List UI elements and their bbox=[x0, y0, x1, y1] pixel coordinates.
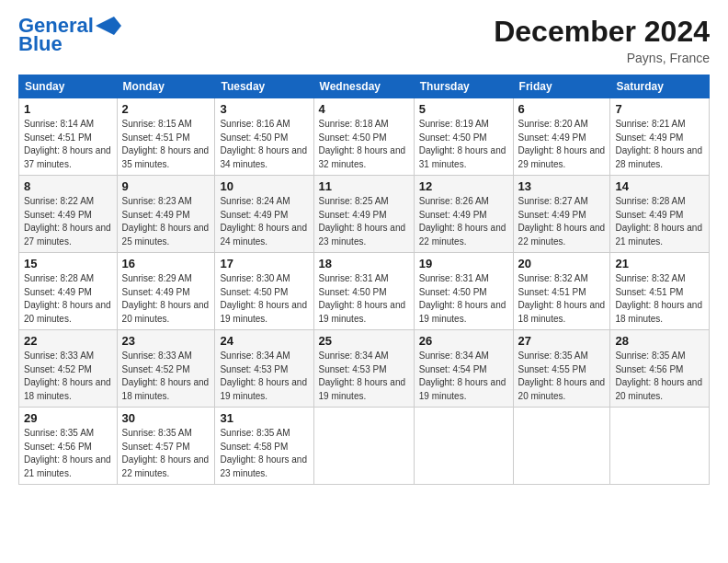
day-info: Sunrise: 8:30 AMSunset: 4:50 PMDaylight:… bbox=[220, 273, 307, 324]
table-row: 15Sunrise: 8:28 AMSunset: 4:49 PMDayligh… bbox=[19, 253, 118, 330]
month-title: December 2024 bbox=[494, 15, 710, 49]
table-row: 23Sunrise: 8:33 AMSunset: 4:52 PMDayligh… bbox=[117, 330, 215, 408]
col-sunday: Sunday bbox=[19, 75, 118, 98]
location: Payns, France bbox=[494, 51, 710, 65]
table-row: 11Sunrise: 8:25 AMSunset: 4:49 PMDayligh… bbox=[313, 176, 414, 253]
day-number: 19 bbox=[419, 257, 508, 270]
day-info: Sunrise: 8:27 AMSunset: 4:49 PMDaylight:… bbox=[518, 196, 606, 247]
day-number: 23 bbox=[122, 334, 210, 348]
day-info: Sunrise: 8:32 AMSunset: 4:51 PMDaylight:… bbox=[615, 273, 702, 324]
table-row: 22Sunrise: 8:33 AMSunset: 4:52 PMDayligh… bbox=[19, 330, 118, 408]
col-monday: Monday bbox=[117, 75, 215, 98]
col-tuesday: Tuesday bbox=[215, 75, 313, 98]
col-wednesday: Wednesday bbox=[313, 75, 414, 98]
day-number: 10 bbox=[220, 179, 308, 193]
logo-arrow-icon bbox=[96, 17, 121, 35]
table-row bbox=[313, 408, 414, 485]
day-info: Sunrise: 8:31 AMSunset: 4:50 PMDaylight:… bbox=[319, 273, 406, 324]
table-row: 6Sunrise: 8:20 AMSunset: 4:49 PMDaylight… bbox=[513, 98, 610, 176]
table-row: 5Sunrise: 8:19 AMSunset: 4:50 PMDaylight… bbox=[414, 98, 513, 176]
calendar-table: Sunday Monday Tuesday Wednesday Thursday… bbox=[18, 75, 710, 485]
day-number: 26 bbox=[419, 334, 508, 348]
day-number: 18 bbox=[319, 257, 409, 270]
day-number: 29 bbox=[24, 411, 112, 425]
day-info: Sunrise: 8:15 AMSunset: 4:51 PMDaylight:… bbox=[122, 119, 210, 169]
calendar-week-row: 8Sunrise: 8:22 AMSunset: 4:49 PMDaylight… bbox=[19, 176, 710, 253]
day-info: Sunrise: 8:14 AMSunset: 4:51 PMDaylight:… bbox=[24, 119, 111, 169]
day-number: 13 bbox=[518, 179, 606, 193]
table-row: 30Sunrise: 8:35 AMSunset: 4:57 PMDayligh… bbox=[117, 408, 215, 485]
day-number: 17 bbox=[220, 257, 308, 270]
day-info: Sunrise: 8:35 AMSunset: 4:55 PMDaylight:… bbox=[518, 350, 606, 401]
day-number: 12 bbox=[419, 179, 508, 193]
calendar-week-row: 22Sunrise: 8:33 AMSunset: 4:52 PMDayligh… bbox=[19, 330, 710, 408]
day-info: Sunrise: 8:20 AMSunset: 4:49 PMDaylight:… bbox=[518, 119, 606, 169]
calendar-week-row: 29Sunrise: 8:35 AMSunset: 4:56 PMDayligh… bbox=[19, 408, 710, 485]
day-info: Sunrise: 8:24 AMSunset: 4:49 PMDaylight:… bbox=[220, 196, 307, 247]
table-row bbox=[610, 408, 710, 485]
svg-marker-0 bbox=[96, 17, 121, 35]
day-info: Sunrise: 8:32 AMSunset: 4:51 PMDaylight:… bbox=[518, 273, 606, 324]
table-row bbox=[513, 408, 610, 485]
col-saturday: Saturday bbox=[610, 75, 710, 98]
table-row: 12Sunrise: 8:26 AMSunset: 4:49 PMDayligh… bbox=[414, 176, 513, 253]
calendar-week-row: 1Sunrise: 8:14 AMSunset: 4:51 PMDaylight… bbox=[19, 98, 710, 176]
page: General Blue December 2024 Payns, France… bbox=[0, 0, 728, 563]
col-thursday: Thursday bbox=[414, 75, 513, 98]
day-info: Sunrise: 8:16 AMSunset: 4:50 PMDaylight:… bbox=[220, 119, 307, 169]
day-info: Sunrise: 8:35 AMSunset: 4:56 PMDaylight:… bbox=[615, 350, 702, 401]
table-row: 29Sunrise: 8:35 AMSunset: 4:56 PMDayligh… bbox=[19, 408, 118, 485]
table-row: 7Sunrise: 8:21 AMSunset: 4:49 PMDaylight… bbox=[610, 98, 710, 176]
table-row: 8Sunrise: 8:22 AMSunset: 4:49 PMDaylight… bbox=[19, 176, 118, 253]
day-number: 27 bbox=[518, 334, 606, 348]
table-row: 16Sunrise: 8:29 AMSunset: 4:49 PMDayligh… bbox=[117, 253, 215, 330]
table-row: 10Sunrise: 8:24 AMSunset: 4:49 PMDayligh… bbox=[215, 176, 313, 253]
day-info: Sunrise: 8:31 AMSunset: 4:50 PMDaylight:… bbox=[419, 273, 506, 324]
day-number: 20 bbox=[518, 257, 606, 270]
calendar-header-row: Sunday Monday Tuesday Wednesday Thursday… bbox=[19, 75, 710, 98]
day-info: Sunrise: 8:34 AMSunset: 4:53 PMDaylight:… bbox=[220, 350, 307, 401]
day-info: Sunrise: 8:28 AMSunset: 4:49 PMDaylight:… bbox=[24, 273, 111, 324]
day-number: 14 bbox=[615, 179, 704, 193]
day-number: 9 bbox=[122, 179, 210, 193]
logo: General Blue bbox=[18, 15, 121, 55]
table-row: 31Sunrise: 8:35 AMSunset: 4:58 PMDayligh… bbox=[215, 408, 313, 485]
day-info: Sunrise: 8:25 AMSunset: 4:49 PMDaylight:… bbox=[319, 196, 406, 247]
table-row: 2Sunrise: 8:15 AMSunset: 4:51 PMDaylight… bbox=[117, 98, 215, 176]
day-number: 1 bbox=[24, 102, 112, 116]
day-number: 15 bbox=[24, 257, 112, 270]
day-info: Sunrise: 8:35 AMSunset: 4:57 PMDaylight:… bbox=[122, 428, 210, 478]
day-number: 30 bbox=[122, 411, 210, 425]
day-info: Sunrise: 8:34 AMSunset: 4:54 PMDaylight:… bbox=[419, 350, 506, 401]
day-number: 11 bbox=[319, 179, 409, 193]
day-info: Sunrise: 8:33 AMSunset: 4:52 PMDaylight:… bbox=[122, 350, 210, 401]
table-row: 25Sunrise: 8:34 AMSunset: 4:53 PMDayligh… bbox=[313, 330, 414, 408]
table-row: 13Sunrise: 8:27 AMSunset: 4:49 PMDayligh… bbox=[513, 176, 610, 253]
title-block: December 2024 Payns, France bbox=[494, 15, 710, 65]
table-row: 1Sunrise: 8:14 AMSunset: 4:51 PMDaylight… bbox=[19, 98, 118, 176]
day-info: Sunrise: 8:22 AMSunset: 4:49 PMDaylight:… bbox=[24, 196, 111, 247]
day-info: Sunrise: 8:23 AMSunset: 4:49 PMDaylight:… bbox=[122, 196, 210, 247]
table-row: 20Sunrise: 8:32 AMSunset: 4:51 PMDayligh… bbox=[513, 253, 610, 330]
day-info: Sunrise: 8:28 AMSunset: 4:49 PMDaylight:… bbox=[615, 196, 702, 247]
table-row: 3Sunrise: 8:16 AMSunset: 4:50 PMDaylight… bbox=[215, 98, 313, 176]
table-row: 27Sunrise: 8:35 AMSunset: 4:55 PMDayligh… bbox=[513, 330, 610, 408]
day-info: Sunrise: 8:29 AMSunset: 4:49 PMDaylight:… bbox=[122, 273, 210, 324]
day-info: Sunrise: 8:35 AMSunset: 4:56 PMDaylight:… bbox=[24, 428, 111, 478]
table-row: 19Sunrise: 8:31 AMSunset: 4:50 PMDayligh… bbox=[414, 253, 513, 330]
day-number: 6 bbox=[518, 102, 606, 116]
day-info: Sunrise: 8:21 AMSunset: 4:49 PMDaylight:… bbox=[615, 119, 702, 169]
day-number: 4 bbox=[319, 102, 409, 116]
calendar-week-row: 15Sunrise: 8:28 AMSunset: 4:49 PMDayligh… bbox=[19, 253, 710, 330]
day-number: 25 bbox=[319, 334, 409, 348]
table-row: 17Sunrise: 8:30 AMSunset: 4:50 PMDayligh… bbox=[215, 253, 313, 330]
day-info: Sunrise: 8:35 AMSunset: 4:58 PMDaylight:… bbox=[220, 428, 307, 478]
table-row: 24Sunrise: 8:34 AMSunset: 4:53 PMDayligh… bbox=[215, 330, 313, 408]
day-number: 7 bbox=[615, 102, 704, 116]
table-row: 26Sunrise: 8:34 AMSunset: 4:54 PMDayligh… bbox=[414, 330, 513, 408]
day-number: 8 bbox=[24, 179, 112, 193]
table-row: 21Sunrise: 8:32 AMSunset: 4:51 PMDayligh… bbox=[610, 253, 710, 330]
table-row: 18Sunrise: 8:31 AMSunset: 4:50 PMDayligh… bbox=[313, 253, 414, 330]
day-number: 3 bbox=[220, 102, 308, 116]
table-row: 4Sunrise: 8:18 AMSunset: 4:50 PMDaylight… bbox=[313, 98, 414, 176]
